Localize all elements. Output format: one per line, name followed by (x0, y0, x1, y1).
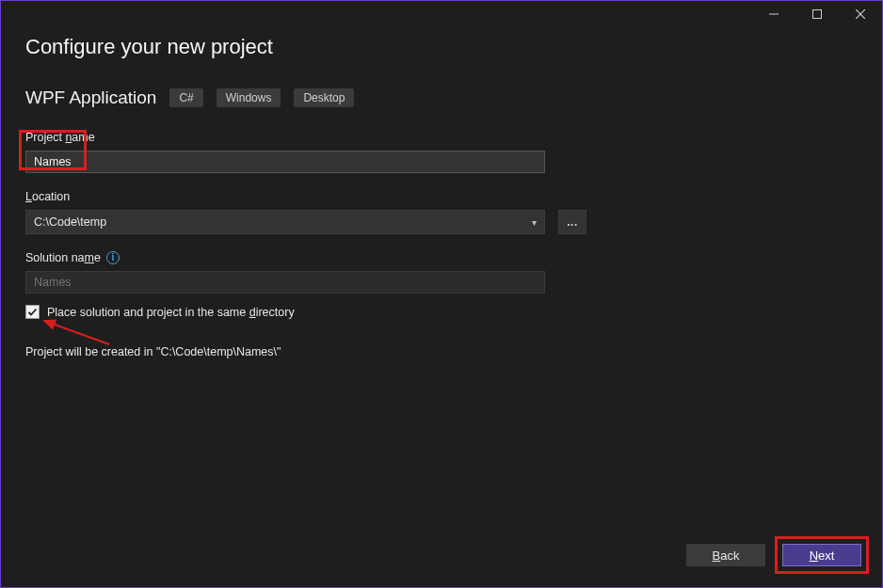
same-directory-checkbox[interactable] (25, 305, 40, 319)
solution-name-input (25, 271, 545, 294)
minimize-icon (769, 9, 779, 19)
template-tag: C# (169, 88, 202, 107)
project-name-label: Project name (25, 131, 858, 144)
annotation-highlight-next: Next (775, 536, 869, 574)
same-directory-label: Place solution and project in the same d… (47, 306, 295, 319)
maximize-button[interactable] (795, 1, 839, 27)
svg-rect-1 (813, 10, 822, 19)
solution-name-label: Solution name i (25, 251, 858, 264)
footer: Back Next (686, 536, 869, 574)
close-icon (856, 9, 865, 19)
creation-path-text: Project will be created in "C:\Code\temp… (25, 345, 858, 358)
close-button[interactable] (839, 1, 882, 27)
project-name-input[interactable] (25, 151, 545, 173)
template-row: WPF Application C# Windows Desktop (25, 87, 858, 108)
next-button[interactable]: Next (782, 544, 861, 566)
minimize-button[interactable] (752, 1, 795, 27)
browse-button[interactable]: ... (558, 210, 586, 234)
page-title: Configure your new project (25, 35, 858, 59)
back-button[interactable]: Back (686, 544, 765, 566)
window-titlebar (1, 1, 882, 29)
maximize-icon (812, 9, 822, 19)
info-icon[interactable]: i (106, 251, 120, 264)
template-tag: Windows (217, 88, 281, 107)
template-name: WPF Application (25, 87, 156, 108)
location-value: C:\Code\temp (34, 215, 106, 229)
svg-line-4 (44, 321, 109, 344)
chevron-down-icon: ▾ (532, 217, 537, 228)
location-dropdown[interactable]: C:\Code\temp ▾ (25, 210, 545, 234)
location-label: Location (25, 190, 858, 203)
annotation-arrow (39, 318, 114, 346)
checkmark-icon (27, 307, 38, 317)
template-tag: Desktop (294, 88, 354, 107)
